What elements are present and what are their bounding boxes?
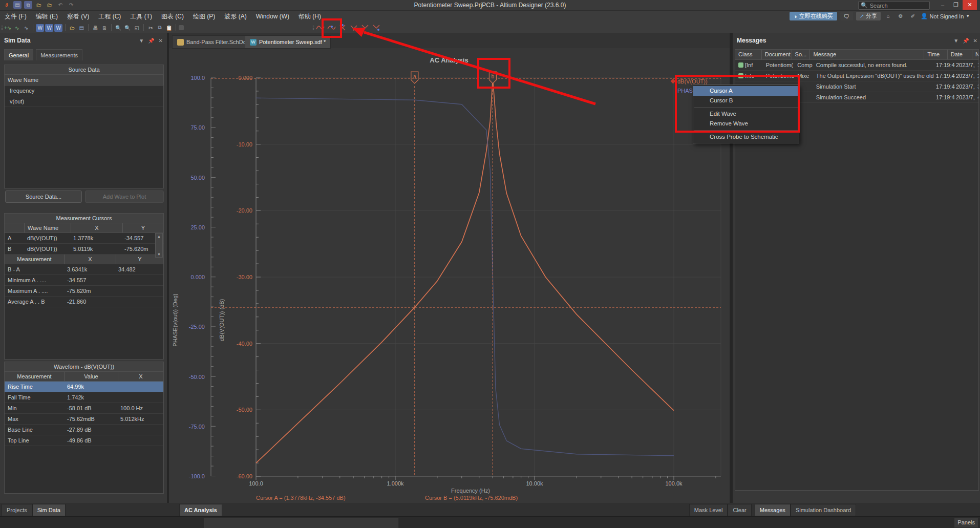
tab-potentiometer-sweep-sdf[interactable]: W Potentiometer Sweep.sdf * — [245, 35, 331, 49]
toolbar-separator — [143, 24, 144, 31]
buy-online-button[interactable]: ◑立即在线购买 — [790, 12, 837, 20]
table-row-cursor-b[interactable]: B dB(V(OUT)) 5.0119k -75.620m — [5, 244, 163, 255]
panel-dropdown-icon[interactable]: ▼ — [139, 38, 144, 44]
zoom-out-icon[interactable]: 🔍 — [123, 24, 132, 32]
doc-w1-icon[interactable]: W — [36, 24, 44, 32]
scrollbar[interactable]: ▲ ▼ — [155, 233, 163, 258]
tab-simulation-dashboard[interactable]: Simulation Dashboard — [791, 504, 856, 516]
feedback-button[interactable]: 🗨 — [840, 12, 853, 20]
waveform-box: Waveform - dB(V(OUT)) Measurement Value … — [4, 362, 164, 494]
open-icon[interactable]: 🗁 — [35, 1, 43, 9]
status-segment — [204, 518, 398, 528]
copy-icon[interactable]: ⧉ — [156, 24, 164, 32]
cursor-a-remove-icon[interactable] — [361, 24, 370, 32]
tab-general[interactable]: General — [4, 49, 33, 60]
pin-icon[interactable]: 📌 — [148, 38, 154, 44]
print-preview-icon[interactable]: 🗎 — [100, 24, 109, 32]
cut-icon[interactable]: ✂ — [146, 24, 155, 32]
open-project-icon[interactable]: 🗁 — [46, 1, 54, 9]
panels-button[interactable]: Panels — [954, 518, 978, 527]
search-box[interactable]: 🔍 Search — [858, 1, 930, 10]
menu-project[interactable]: 工程 (C) — [94, 11, 125, 23]
menu-window[interactable]: Window (W) — [251, 11, 294, 23]
doc-w3-icon[interactable]: W — [54, 24, 62, 32]
table-row[interactable]: Min -58.01 dB 100.0 Hz — [5, 403, 163, 414]
col-source: So... — [792, 50, 811, 59]
pin-icon[interactable]: 📌 — [963, 38, 969, 44]
phase-tick-label: 25.00 — [190, 224, 205, 230]
series-db — [256, 78, 674, 463]
list-item[interactable]: frequency — [5, 86, 163, 96]
tab-measurements[interactable]: Measurements — [36, 49, 82, 60]
menu-help[interactable]: 帮助 (H) — [294, 11, 326, 23]
menu-wave[interactable]: 波形 (A) — [220, 11, 251, 23]
minimize-button[interactable]: – — [936, 0, 949, 10]
table-row[interactable]: Base Line -27.89 dB — [5, 425, 163, 435]
close-button[interactable]: ✕ — [963, 0, 977, 10]
add-wave-to-plot-button[interactable]: Add Wave to Plot — [85, 191, 164, 203]
doc-w2-icon[interactable]: W — [45, 24, 53, 32]
waveform-header: Waveform - dB(V(OUT)) — [5, 362, 163, 372]
add-wave-icon[interactable]: +∿ — [4, 24, 12, 32]
gear-icon[interactable]: ⚙ — [897, 12, 905, 20]
zoom-in-icon[interactable]: 🔍 — [114, 24, 122, 32]
list-item[interactable]: v(out) — [5, 96, 163, 107]
ac-analysis-chart[interactable]: AC Analysis100.075.0050.0025.000.000-25.… — [169, 49, 730, 503]
table-row[interactable]: Minimum A . .... -34.557 — [5, 275, 163, 286]
menu-item-cross-probe[interactable]: Cross Probe to Schematic — [693, 132, 799, 142]
undo-icon[interactable]: ↶ — [56, 1, 65, 9]
table-row[interactable]: Fall Time 1.742k — [5, 392, 163, 403]
table-row[interactable]: Top Line -49.86 dB — [5, 435, 163, 446]
table-row[interactable]: B - A 3.6341k 34.482 — [5, 264, 163, 275]
toolbar-separator — [88, 24, 89, 31]
cursor-b-readout: Cursor B = (5.0119kHz, -75.620mdB) — [425, 495, 518, 501]
cursor-b-remove-icon[interactable] — [372, 24, 381, 32]
wave-green-icon[interactable]: ∿ — [13, 24, 21, 32]
menu-edit[interactable]: 编辑 (E) — [31, 11, 62, 23]
source-data-button[interactable]: Source Data... — [5, 191, 82, 203]
panel-dropdown-icon[interactable]: ▼ — [953, 38, 958, 44]
grid-icon[interactable] — [179, 25, 184, 30]
table-row-cursor-a[interactable]: A dB(V(OUT)) 1.3778k -34.557 — [5, 233, 163, 244]
home-icon[interactable]: ⌂ — [884, 12, 892, 20]
zoom-fit-icon[interactable]: ◱ — [133, 24, 141, 32]
panel-close-icon[interactable]: ✕ — [159, 38, 163, 44]
print-icon[interactable]: 🖷 — [91, 24, 99, 32]
table-row[interactable]: Max -75.62mdB 5.012kHz — [5, 414, 163, 425]
scroll-up-icon[interactable]: ▲ — [157, 235, 161, 238]
menu-file[interactable]: 文件 (F) — [0, 11, 31, 23]
save-icon[interactable]: ▤ — [13, 1, 22, 9]
message-row[interactable]: [Inf Potentiom( Comp Compile successful,… — [735, 60, 978, 71]
wave-blue-icon[interactable]: ∿ — [22, 24, 30, 32]
tab-projects[interactable]: Projects — [2, 504, 32, 516]
menu-plot[interactable]: 绘图 (P) — [188, 11, 220, 23]
table-row[interactable]: Average A . . B -21.860 — [5, 297, 163, 307]
pen-icon[interactable]: ✐ — [909, 12, 917, 20]
table-row-rise-time[interactable]: Rise Time 64.99k — [5, 382, 163, 392]
tab-messages[interactable]: Messages — [755, 504, 791, 516]
annotation-box-cursor-menu — [675, 75, 800, 133]
table-row[interactable]: Maximum A . .... -75.620m — [5, 286, 163, 297]
menu-chart[interactable]: 图表 (C) — [157, 11, 188, 23]
scroll-down-icon[interactable]: ▼ — [157, 252, 161, 256]
menu-tools[interactable]: 工具 (T) — [125, 11, 157, 23]
menubar-right-actions: ◑立即在线购买 🗨 ➚分享 ⌂ ⚙ ✐ 👤 Not Signed In▼ — [790, 12, 970, 20]
measure-table-header: Measurement X Y — [5, 255, 163, 264]
clear-button[interactable]: Clear — [728, 504, 751, 516]
share-button[interactable]: ➚分享 — [856, 12, 881, 20]
menu-view[interactable]: 察看 (V) — [62, 11, 94, 23]
redo-icon[interactable]: ↷ — [67, 1, 75, 9]
open-doc-icon[interactable]: 🗁 — [68, 24, 76, 32]
panel-close-icon[interactable]: ✕ — [973, 38, 977, 44]
maximize-button[interactable]: ❐ — [949, 0, 963, 10]
sim-data-panel-header: Sim Data ▼ 📌 ✕ — [0, 33, 167, 48]
tab-ac-analysis[interactable]: AC Analysis — [179, 504, 222, 516]
tab-sim-data[interactable]: Sim Data — [32, 504, 66, 516]
cursor-pair-icon[interactable] — [350, 24, 358, 32]
sign-in-menu[interactable]: 👤 Not Signed In▼ — [921, 13, 970, 19]
bottom-tab-strip: Projects Sim Data AC Analysis Mask Level… — [0, 503, 980, 516]
mask-level-button[interactable]: Mask Level — [689, 504, 728, 516]
save-doc-icon[interactable]: ▤ — [77, 24, 86, 32]
save-all-icon[interactable]: ⧉ — [24, 1, 32, 9]
paste-icon[interactable]: 📋 — [165, 24, 173, 32]
